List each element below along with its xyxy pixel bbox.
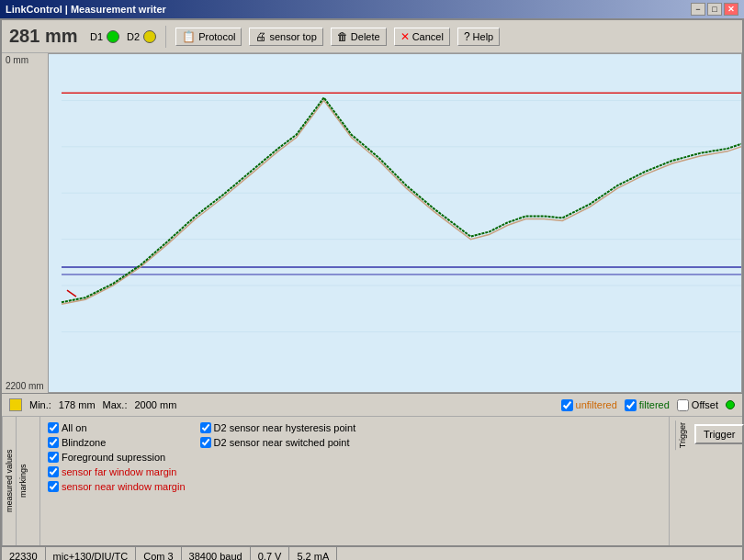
offset-label: Offset [692,399,718,410]
cb-far-window-input[interactable] [48,466,59,477]
y-axis-top: 0 mm [6,55,44,65]
cb-near-window-input[interactable] [48,481,59,492]
bottom-panel: measured values markings All on Blindzon… [2,417,742,545]
cb-foreground[interactable]: Foreground supression [48,452,186,463]
delete-button[interactable]: 🗑 Delete [331,28,387,46]
d1-label: D1 [90,31,103,42]
protocol-label: Protocol [198,31,235,42]
help-label: Help [473,31,494,42]
chart-area: 0 mm 2200 mm [2,53,742,393]
d2-indicator: D2 [127,30,156,43]
protocol-icon: 📋 [182,30,196,43]
sensor-top-icon: 🖨 [255,30,266,43]
measured-values-label: measured values [2,417,16,545]
trigger-side-label: Trigger [675,420,689,450]
filtered-checkbox[interactable] [625,399,637,411]
min-label: Min.: [29,399,51,410]
max-label: Max.: [103,399,128,410]
d2-label: D2 [127,31,140,42]
status-code: 22330 [2,547,46,560]
status-port: Com 3 [136,547,181,560]
y-axis-bottom: 2200 mm [6,381,44,391]
cb-d2-switched-label: D2 sensor near switched point [214,437,350,448]
min-value: 178 mm [59,399,96,410]
delete-icon: 🗑 [337,30,348,43]
measurement-display: 281 mm [9,26,83,47]
protocol-button[interactable]: 📋 Protocol [175,28,242,46]
chart-container[interactable] [48,53,742,393]
filtered-label: filtered [639,399,670,410]
offset-checkbox-row[interactable]: Offset [677,399,718,411]
title-bar-text: LinkControl | Measurement writer [6,4,166,15]
toolbar: 281 mm D1 D2 📋 Protocol 🖨 sensor top 🗑 D… [2,20,742,53]
yellow-square [9,398,22,411]
cancel-icon: ✕ [400,30,410,43]
unfiltered-label: unfiltered [576,399,617,410]
trigger-area: Trigger [694,420,744,444]
unfiltered-checkbox-row[interactable]: unfiltered [561,399,617,411]
checkboxes-panel: All on Blindzone Foreground supression s… [40,417,669,545]
cb-d2-hysteresis-input[interactable] [200,422,211,433]
d2-circle [143,30,156,43]
svg-rect-0 [49,54,741,392]
delete-label: Delete [351,31,380,42]
d1-circle [107,30,119,43]
cancel-button[interactable]: ✕ Cancel [394,28,450,46]
checkbox-col-1: All on Blindzone Foreground supression s… [48,422,186,540]
cb-d2-hysteresis[interactable]: D2 sensor near hysteresis point [200,422,356,433]
cb-far-window[interactable]: sensor far window margin [48,466,186,477]
cb-d2-hysteresis-label: D2 sensor near hysteresis point [214,422,356,433]
chart-svg [49,54,741,392]
offset-checkbox[interactable] [677,399,689,411]
toolbar-separator-1 [165,26,166,48]
cb-blindzone[interactable]: Blindzone [48,437,186,448]
cb-far-window-label: sensor far window margin [62,466,176,477]
checkbox-col-2: D2 sensor near hysteresis point D2 senso… [200,422,356,540]
maximize-button[interactable]: □ [707,3,722,16]
filtered-checkbox-row[interactable]: filtered [625,399,670,411]
cb-foreground-input[interactable] [48,452,59,463]
green-status-dot [726,400,735,409]
cb-blindzone-label: Blindzone [62,437,106,448]
status-device: mic+130/DIU/TC [46,547,137,560]
cb-near-window[interactable]: sensor near window margin [48,481,186,492]
help-button[interactable]: ? Help [457,28,500,46]
cb-d2-switched[interactable]: D2 sensor near switched point [200,437,356,448]
cb-all-on-label: All on [62,422,87,433]
minimize-button[interactable]: − [691,3,705,16]
cancel-label: Cancel [412,31,444,42]
cb-all-on-input[interactable] [48,422,59,433]
sensor-top-label: sensor top [269,31,316,42]
main-window: 281 mm D1 D2 📋 Protocol 🖨 sensor top 🗑 D… [0,18,744,560]
cb-foreground-label: Foreground supression [62,452,165,463]
cb-d2-switched-input[interactable] [200,437,211,448]
chart-status-bar: Min.: 178 mm Max.: 2000 mm unfiltered fi… [2,393,742,417]
bottom-status-bar: 22330 mic+130/DIU/TC Com 3 38400 baud 0,… [2,545,742,560]
help-icon: ? [464,30,470,43]
cb-all-on[interactable]: All on [48,422,186,433]
title-bar-buttons: − □ ✕ [691,3,738,16]
title-bar: LinkControl | Measurement writer − □ ✕ [0,0,744,18]
trigger-button[interactable]: Trigger [694,424,744,444]
d1-indicator: D1 [90,30,119,43]
close-button[interactable]: ✕ [724,3,738,16]
unfiltered-checkbox[interactable] [561,399,573,411]
status-baud: 38400 baud [182,547,251,560]
sensor-top-button[interactable]: 🖨 sensor top [249,28,322,46]
cb-near-window-label: sensor near window margin [62,481,186,492]
status-current: 5,2 mA [289,547,337,560]
max-value: 2000 mm [135,399,177,410]
cb-blindzone-input[interactable] [48,437,59,448]
y-axis: 0 mm 2200 mm [2,53,48,393]
markings-label: markings [16,417,29,545]
status-voltage: 0,7 V [251,547,290,560]
